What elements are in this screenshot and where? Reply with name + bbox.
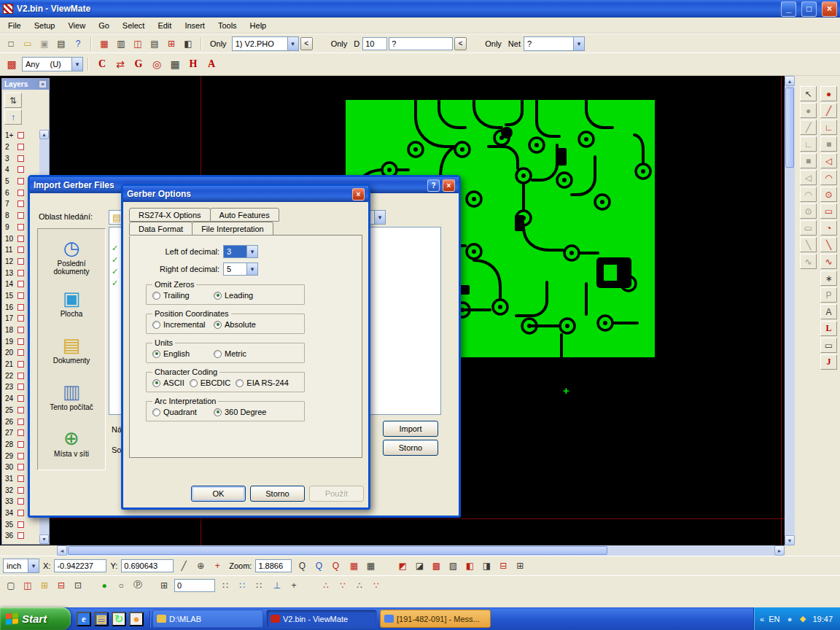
frame-tool-icon[interactable]: ▭ bbox=[820, 338, 837, 353]
scroll-right-icon[interactable]: ► bbox=[774, 545, 785, 556]
layer-visibility-box[interactable] bbox=[18, 132, 24, 139]
area-view-icon[interactable]: ■ bbox=[800, 153, 817, 168]
layer-visibility-box[interactable] bbox=[18, 258, 24, 265]
pattern-corner-icon-4[interactable]: ∵ bbox=[368, 578, 384, 593]
letter-l-icon[interactable]: L bbox=[820, 321, 837, 336]
title-bar[interactable]: V2.bin - ViewMate _ □ × bbox=[0, 0, 840, 18]
layer-visibility-box[interactable] bbox=[18, 419, 24, 425]
layer-visibility-box[interactable] bbox=[18, 407, 24, 413]
menu-file[interactable]: File bbox=[1, 19, 28, 32]
gerber-dialog-titlebar[interactable]: Gerber Options × bbox=[123, 186, 368, 202]
radio-english[interactable] bbox=[152, 350, 160, 358]
layer-visibility-box[interactable] bbox=[18, 373, 24, 379]
probe-icon[interactable]: Ⓟ bbox=[130, 578, 146, 593]
target-icon[interactable]: ◎ bbox=[148, 55, 166, 73]
dcode-cross-icon[interactable]: ⊞ bbox=[163, 36, 179, 51]
mirror-y-icon[interactable]: ⊞ bbox=[512, 559, 528, 573]
layer-visibility-box[interactable] bbox=[18, 281, 24, 287]
net-combo[interactable]: ? ▾ bbox=[524, 36, 585, 51]
dots-grid-icon-1[interactable]: ∷ bbox=[217, 578, 233, 593]
grid-large-icon[interactable]: ⊞ bbox=[156, 578, 172, 593]
circle-view-icon[interactable]: ⊙ bbox=[800, 203, 817, 219]
dots-grid-icon-3[interactable]: ∷ bbox=[251, 578, 267, 593]
letter-h-icon[interactable]: H bbox=[184, 55, 202, 73]
text-a-icon[interactable]: A bbox=[820, 304, 837, 319]
active-layer-combo[interactable]: 1) V2.PHO ▾ bbox=[232, 36, 299, 51]
radio-quadrant[interactable] bbox=[152, 408, 160, 416]
task-mlab[interactable]: D:\MLAB bbox=[152, 610, 263, 628]
dcode-rows-icon[interactable]: ▥ bbox=[113, 36, 129, 51]
tab-auto-features[interactable]: Auto Features bbox=[210, 208, 279, 222]
radio-ascii[interactable] bbox=[152, 379, 160, 387]
grid-icon[interactable]: ▦ bbox=[166, 55, 184, 73]
center-icon[interactable]: ⊕ bbox=[192, 559, 209, 573]
layer-visibility-box[interactable] bbox=[18, 144, 24, 150]
menu-setup[interactable]: Setup bbox=[28, 19, 62, 32]
area-tool-icon[interactable]: ■ bbox=[820, 136, 837, 152]
dcode-table-icon[interactable]: ▦ bbox=[346, 559, 362, 573]
task-messenger[interactable]: [191-482-091] - Mess... bbox=[380, 610, 491, 628]
radio-ebcdic[interactable] bbox=[190, 379, 198, 387]
triangle-view-icon[interactable]: ◁ bbox=[800, 170, 817, 185]
prev-layer-button[interactable]: < bbox=[300, 37, 313, 50]
zoom-field[interactable]: 1.8866 bbox=[255, 559, 292, 572]
tray-chevron-icon[interactable]: « bbox=[760, 615, 764, 623]
dcode-field[interactable]: 10 bbox=[362, 37, 387, 50]
layer-visibility-box[interactable] bbox=[18, 384, 24, 390]
place-computer[interactable]: ▥ Tento počítač bbox=[38, 373, 105, 420]
layer-visibility-box[interactable] bbox=[18, 338, 24, 345]
layer-row[interactable]: 36 bbox=[2, 530, 40, 542]
place-network[interactable]: ⊕ Místa v síti bbox=[38, 420, 105, 467]
vscroll-thumb[interactable] bbox=[785, 88, 794, 168]
layer-row[interactable]: 2 bbox=[2, 141, 40, 153]
explorer-icon[interactable]: ▤ bbox=[94, 612, 109, 626]
pad-view-icon[interactable]: ● bbox=[800, 103, 817, 118]
blank-layer-icon[interactable]: ⊡ bbox=[70, 578, 86, 593]
menu-insert[interactable]: Insert bbox=[178, 19, 211, 32]
radio-leading[interactable] bbox=[214, 292, 222, 300]
help-button[interactable]: ? bbox=[427, 179, 440, 192]
dcode-table-icon[interactable]: ▤ bbox=[147, 36, 163, 51]
scroll-up-icon[interactable]: ▲ bbox=[39, 130, 49, 139]
only-layer-toggle[interactable]: Only bbox=[206, 36, 230, 51]
layer-visibility-box[interactable] bbox=[18, 304, 24, 311]
remove-layer-icon[interactable]: ⊟ bbox=[53, 578, 69, 593]
menu-view[interactable]: View bbox=[61, 19, 92, 32]
layer-visibility-box[interactable] bbox=[18, 155, 24, 162]
layer-visibility-box[interactable] bbox=[18, 236, 24, 242]
layer-visibility-box[interactable] bbox=[18, 327, 24, 333]
letter-j-icon[interactable]: J bbox=[820, 354, 837, 370]
x-coordinate-field[interactable]: -0.942237 bbox=[54, 559, 106, 572]
radio-360-degree[interactable] bbox=[214, 408, 222, 416]
place-desktop[interactable]: ▣ Plocha bbox=[38, 280, 105, 327]
triangle-tool-icon[interactable]: ◁ bbox=[820, 153, 837, 168]
new-icon[interactable]: □ bbox=[3, 36, 19, 51]
rect-view-icon[interactable]: ▭ bbox=[800, 220, 817, 236]
task-viewmate[interactable]: V2.bin - ViewMate bbox=[266, 610, 377, 628]
refresh-icon[interactable]: ↻ bbox=[112, 612, 126, 626]
menu-help[interactable]: Help bbox=[244, 19, 273, 32]
snap-cross-icon[interactable]: + bbox=[286, 578, 302, 593]
menu-select[interactable]: Select bbox=[116, 19, 152, 32]
right-decimal-combo[interactable]: 5 ▾ bbox=[223, 262, 258, 276]
line-tool-icon[interactable]: ╱ bbox=[820, 103, 837, 118]
layer-visibility-box[interactable] bbox=[18, 212, 24, 219]
layer-row[interactable]: 35 bbox=[2, 518, 40, 530]
radio-trailing[interactable] bbox=[152, 292, 160, 300]
scroll-down-icon[interactable]: ▼ bbox=[785, 535, 795, 545]
layer-visibility-box[interactable] bbox=[18, 349, 24, 356]
tray-volume-icon[interactable]: ◆ bbox=[797, 613, 808, 624]
arc-tool-icon[interactable]: ◠ bbox=[820, 170, 837, 185]
canvas-vscrollbar[interactable]: ▲ ▼ bbox=[785, 76, 795, 545]
cancel-button[interactable]: Storno bbox=[250, 486, 305, 502]
pad-fill-icon[interactable]: ▩ bbox=[428, 559, 444, 573]
circle-icon[interactable]: ○ bbox=[113, 578, 129, 593]
layer-visibility-box[interactable] bbox=[18, 201, 24, 207]
minimize-button[interactable]: _ bbox=[781, 1, 796, 17]
save-icon[interactable]: ▣ bbox=[36, 36, 52, 51]
menu-tools[interactable]: Tools bbox=[211, 19, 244, 32]
browser-icon[interactable]: ● bbox=[129, 612, 144, 626]
all-layers-icon[interactable]: ◫ bbox=[20, 578, 36, 593]
letter-p-icon[interactable]: P bbox=[820, 287, 837, 303]
zoom-in-icon[interactable]: Q bbox=[294, 559, 310, 573]
